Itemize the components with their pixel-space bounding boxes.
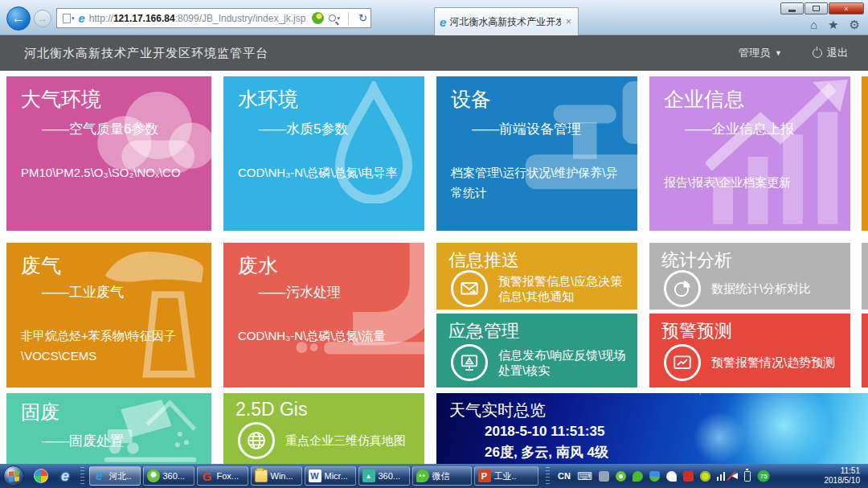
tile-info-push[interactable]: 信息推送 预警报警信息\应急决策信息\其他通知 (436, 243, 637, 310)
browser-tab[interactable]: e 河北衡水高新技术产业开发... × (434, 7, 579, 35)
language-indicator[interactable]: CN (558, 471, 571, 481)
tab-ie-icon: e (440, 15, 446, 29)
dump-truck-icon (91, 396, 210, 464)
pie-chart-icon (664, 270, 701, 307)
taskbar-divider (80, 467, 84, 485)
tile-title: 统计分析 (661, 248, 732, 273)
tile-title: 设备 (451, 86, 491, 113)
window-minimize-button[interactable] (780, 2, 804, 14)
tray-icon-security-shield[interactable] (649, 471, 660, 482)
page-title: 河北衡水高新技术产业开发区环境监管平台 (24, 46, 268, 61)
browser-back-button[interactable]: ← (6, 6, 31, 31)
taskbar-button-ie[interactable]: e河北.. (89, 466, 141, 486)
tab-close-icon[interactable]: × (564, 16, 573, 27)
weather-condition: 26度, 多云, 南风 4级 (485, 443, 608, 461)
minimize-icon (788, 10, 796, 12)
taskbar-button-wechat[interactable]: ••微信 (412, 466, 472, 486)
tile-air-environment[interactable]: 大气环境 ——空气质量6参数 PM10\PM2.5\O₃\SO₂\NOₓ\CO (6, 76, 211, 231)
battery-icon[interactable] (744, 471, 751, 482)
quicklaunch-ie[interactable]: e (57, 468, 73, 484)
search-dropdown-icon[interactable]: ▾ (338, 15, 341, 22)
taskbar-button-powerpoint[interactable]: P工业.. (474, 466, 538, 486)
tile-enterprise-info[interactable]: 企业信息 ——企业信息上报 报告\报表\企业档案更新 (649, 76, 850, 231)
tray-icon-antivirus[interactable] (700, 471, 710, 482)
tools-gear-icon[interactable]: ⚙ (850, 18, 860, 32)
back-arrow-icon: ← (12, 10, 26, 27)
address-url[interactable]: http://121.17.166.84:8099/JB_Industry/in… (89, 13, 306, 24)
tile-title: 废气 (21, 252, 61, 279)
taskbar-button-label: 工业.. (494, 470, 517, 482)
tile-gis[interactable]: 2.5D Gis 重点企业三维仿真地图 (223, 393, 424, 464)
tile-statistics[interactable]: 统计分析 数据统计\分析对比 (649, 243, 850, 310)
taskbar-button-360browser[interactable]: 360... (143, 466, 194, 486)
window-close-button[interactable]: × (829, 2, 864, 14)
tile-title: 2.5D Gis (235, 399, 307, 420)
battery-percent-badge[interactable]: 75 (757, 470, 770, 482)
tile-detail: 报告\报表\企业档案更新 (664, 173, 841, 193)
ie-icon: e (61, 468, 69, 485)
tile-subtitle: ——固废处置 (42, 432, 124, 450)
taskbar-button-explorer[interactable]: Win... (251, 466, 302, 486)
envelope-icon (451, 270, 488, 307)
windows-logo-icon (9, 470, 19, 482)
compatibility-page-icon[interactable] (63, 14, 71, 23)
monitor-alert-icon (451, 344, 488, 381)
user-menu-label: 管理员 (739, 46, 770, 60)
tray-icon-red-app[interactable] (683, 471, 694, 482)
search-icon[interactable] (329, 14, 336, 22)
tile-detail: 预警报警信息\应急决策信息\其他通知 (498, 273, 631, 305)
quicklaunch-360-safety[interactable] (33, 468, 49, 484)
tile-subtitle: ——工业废气 (42, 283, 124, 301)
tile-title: 水环境 (238, 86, 298, 113)
tile-waste-gas[interactable]: 废气 ——工业废气 非甲烷总烃+苯系物\特征因子\VOCS\CEMS (6, 243, 211, 388)
network-signal-icon[interactable] (717, 471, 726, 481)
favorites-star-icon[interactable]: ★ (828, 18, 838, 32)
tile-title: 应急管理 (448, 319, 519, 343)
tile-subtitle: ——空气质量6参数 (42, 120, 158, 138)
tile-detail: COD\NH₃-N\总磷\总氮\电导率 (238, 163, 415, 183)
taskbar-button-label: Micr... (325, 471, 348, 481)
taskbar-button-photoviewer[interactable]: ▲360... (358, 466, 410, 486)
tray-icon-app1[interactable] (599, 471, 609, 482)
url-path: :8099/JB_Industry/index_jk.jsp (175, 13, 306, 24)
tray-icon-chat-bubble[interactable] (666, 471, 677, 482)
taskbar-button-label: 微信 (432, 470, 450, 482)
logout-button[interactable]: 退出 (813, 46, 848, 60)
chevron-down-icon[interactable]: ▾ (72, 15, 75, 22)
glow-dot-graphic (691, 409, 747, 464)
globe-icon (238, 422, 275, 459)
tile-solid-waste[interactable]: 固废 ——固废处置 (6, 393, 211, 464)
tray-clock[interactable]: 11:51 2018/5/10 (825, 466, 861, 486)
refresh-icon[interactable]: ↻ (358, 12, 367, 24)
chevron-down-icon: ▼ (775, 49, 782, 57)
tile-weather-overview[interactable]: 天气实时总览 2018-5-10 11:51:35 26度, 多云, 南风 4级 (436, 393, 868, 464)
360-extension-icon[interactable] (312, 12, 324, 24)
taskbar-button-word[interactable]: WMicr... (305, 466, 356, 486)
tray-icon-360-browser[interactable] (616, 471, 626, 482)
home-icon[interactable]: ⌂ (810, 18, 817, 32)
tile-detail: 重点企业三维仿真地图 (285, 433, 406, 449)
volume-muted-icon[interactable] (731, 473, 738, 479)
user-menu[interactable]: 管理员 ▼ (739, 46, 782, 60)
start-button[interactable] (3, 465, 24, 486)
taskbar-button-foxmail[interactable]: GFox... (197, 466, 248, 486)
drain-pipe-icon (275, 243, 424, 373)
browser-chrome: × ← → ▾ e http://121.17.166.84:8099/JB_I… (0, 0, 868, 35)
taskbar-button-label: 360... (163, 471, 186, 481)
tile-emergency-management[interactable]: 应急管理 信息发布\响应反馈\现场处置\核实 (436, 314, 637, 388)
tile-title: 固废 (21, 400, 59, 425)
tile-title: 企业信息 (664, 86, 744, 113)
tray-icon-green-bird[interactable] (633, 471, 643, 482)
keyboard-icon[interactable]: ⌨ (577, 470, 592, 482)
tile-detail: 信息发布\响应反馈\现场处置\核实 (498, 347, 631, 379)
tile-equipment[interactable]: 设备 ——前端设备管理 档案管理\运行状况\维护保养\异常统计 (436, 76, 637, 231)
trend-chart-icon (664, 344, 701, 381)
tile-waste-water[interactable]: 废水 ——污水处理 COD\NH₃-N\总磷\总氮\流量 (223, 243, 424, 388)
tile-water-environment[interactable]: 水环境 ——水质5参数 COD\NH₃-N\总磷\总氮\电导率 (223, 76, 424, 231)
tile-warning-prediction[interactable]: 预警预测 预警报警情况\趋势预测 (649, 314, 850, 388)
window-maximize-button[interactable] (805, 2, 828, 14)
browser-forward-button[interactable]: → (34, 10, 51, 27)
desktop-screen: × ← → ▾ e http://121.17.166.84:8099/JB_I… (0, 0, 868, 488)
divider (348, 12, 349, 25)
address-bar[interactable]: ▾ e http://121.17.166.84:8099/JB_Industr… (56, 8, 371, 28)
